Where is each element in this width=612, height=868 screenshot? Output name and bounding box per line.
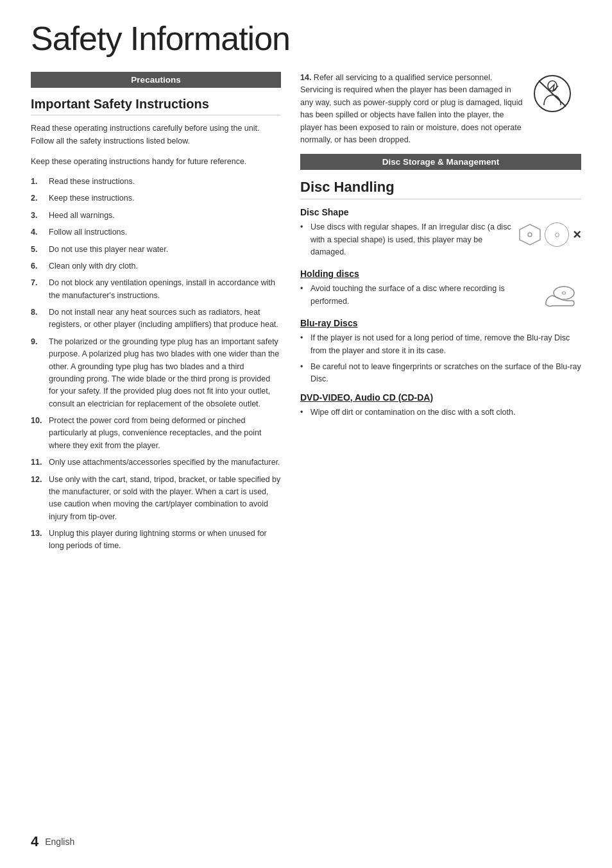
- list-item: 1.Read these instructions.: [31, 176, 281, 188]
- disc-center-hole: [555, 233, 559, 237]
- item14-num: 14.: [300, 73, 314, 82]
- holding-discs-text: • Avoid touching the surface of a disc w…: [300, 283, 533, 312]
- list-item: 2.Keep these instructions.: [31, 192, 281, 204]
- list-item: 8.Do not install near any heat sources s…: [31, 306, 281, 331]
- page-number: 4: [31, 833, 38, 850]
- intro-text-1: Read these operating instructions carefu…: [31, 122, 281, 147]
- service-icon: [530, 72, 581, 117]
- list-item: 5.Do not use this player near water.: [31, 244, 281, 256]
- dvd-bullet: • Wipe off dirt or contamination on the …: [300, 406, 581, 419]
- page-language: English: [45, 837, 74, 847]
- page-title: Safety Information: [31, 19, 581, 58]
- holding-discs-row: • Avoid touching the surface of a disc w…: [300, 283, 581, 312]
- round-disc-icon: [545, 222, 569, 247]
- page: Safety Information Precautions Important…: [0, 0, 612, 868]
- disc-storage-header: Disc Storage & Management: [300, 154, 581, 170]
- cross-icon: ×: [573, 226, 581, 243]
- two-column-layout: Precautions Important Safety Instruction…: [31, 72, 581, 830]
- item14-text: 14. Refer all servicing to a qualified s…: [300, 72, 523, 146]
- bluray-bullet-1: • If the player is not used for a long p…: [300, 332, 581, 357]
- bluray-discs-heading: Blu-ray Discs: [300, 318, 581, 328]
- precautions-header: Precautions: [31, 72, 281, 88]
- hex-disc-icon: [518, 222, 542, 247]
- disc-handling-title: Disc Handling: [300, 179, 581, 199]
- list-item: 10.Protect the power cord from being def…: [31, 415, 281, 452]
- disc-shape-heading: Disc Shape: [300, 207, 581, 217]
- holding-discs-bullet: • Avoid touching the surface of a disc w…: [300, 283, 533, 308]
- list-item: 13.Unplug this player during lightning s…: [31, 528, 281, 553]
- list-item: 4.Follow all instructions.: [31, 226, 281, 238]
- svg-point-6: [562, 292, 566, 294]
- svg-point-4: [528, 233, 532, 237]
- important-safety-title: Important Safety Instructions: [31, 97, 281, 115]
- list-item: 7.Do not block any ventilation openings,…: [31, 277, 281, 302]
- bluray-bullet-2: • Be careful not to leave fingerprints o…: [300, 361, 581, 386]
- item14-row: 14. Refer all servicing to a qualified s…: [300, 72, 581, 146]
- svg-marker-3: [520, 224, 540, 245]
- left-column: Precautions Important Safety Instruction…: [31, 72, 281, 830]
- disc-shape-row: • Use discs with regular shapes. If an i…: [300, 221, 581, 262]
- disc-shape-image: ×: [518, 222, 581, 247]
- holding-discs-heading: Holding discs: [300, 269, 581, 279]
- safety-instructions-list: 1.Read these instructions. 2.Keep these …: [31, 176, 281, 553]
- service-svg-icon: [530, 72, 580, 115]
- svg-line-2: [539, 81, 566, 106]
- list-item: 12.Use only with the cart, stand, tripod…: [31, 474, 281, 524]
- dvd-heading: DVD-VIDEO, Audio CD (CD-DA): [300, 392, 581, 403]
- intro-text-2: Keep these operating instructions handy …: [31, 155, 281, 168]
- disc-shape-text: • Use discs with regular shapes. If an i…: [300, 221, 518, 262]
- list-item: 11.Only use attachments/accessories spec…: [31, 456, 281, 469]
- list-item: 6.Clean only with dry cloth.: [31, 260, 281, 272]
- right-column: 14. Refer all servicing to a qualified s…: [300, 72, 581, 830]
- hand-disc-icon: [540, 284, 581, 308]
- list-item: 9.The polarized or the grounding type pl…: [31, 336, 281, 410]
- list-item: 3.Heed all warnings.: [31, 210, 281, 222]
- page-footer: 4 English: [31, 823, 74, 850]
- disc-shape-bullet: • Use discs with regular shapes. If an i…: [300, 221, 518, 258]
- item14-content: Refer all servicing to a qualified servi…: [300, 73, 522, 144]
